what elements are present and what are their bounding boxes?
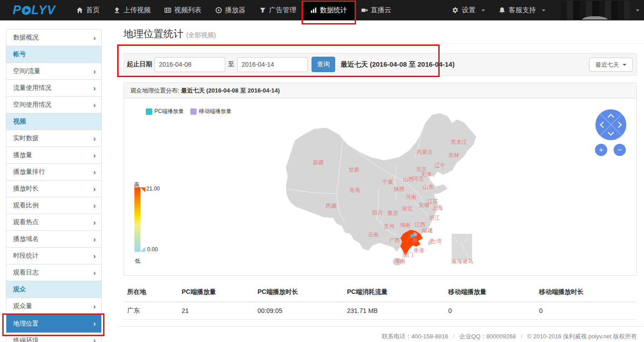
logo-text-prefix: P (13, 3, 21, 17)
nav-item-player[interactable]: 播放器 (208, 0, 253, 20)
table-header-移动端播放量: 移动端播放量 (445, 283, 535, 302)
chevron-right-icon: › (93, 303, 96, 310)
main-menu: 首页上传视频视频列表播放器广告管理数据统计直播云 (69, 0, 398, 20)
sidebar-item-label: 空间使用情况 (13, 101, 51, 109)
geo-stats-table: 所在地PC端播放量PC端播放时长PC端消耗流量移动端播放量移动端播放时长 广东2… (124, 283, 637, 320)
sidebar-item-空间/流量[interactable]: 空间/流量› (6, 63, 101, 80)
gear-icon (452, 7, 459, 14)
user-account-blurred[interactable] (560, 1, 629, 20)
geo-distribution-panel: 观众地理位置分布: 最近七天 (2016-04-08 至 2016-04-14)… (124, 83, 637, 276)
sidebar-item-实时数据[interactable]: 实时数据› (6, 130, 101, 147)
sidebar-item-观看比例[interactable]: 观看比例› (6, 197, 101, 214)
nav-item-settings[interactable]: 设置 (445, 0, 492, 20)
sidebar-item-播放时长[interactable]: 播放时长› (6, 181, 101, 197)
nav-item-label: 数据统计 (320, 6, 347, 15)
navbar-right: 设置客服支持 (445, 0, 644, 20)
map-pan-control[interactable] (595, 109, 626, 140)
sidebar-item-观众量[interactable]: 观众量› (6, 298, 101, 315)
sidebar-item-label: 终端环境 (13, 337, 39, 342)
chevron-right-icon: › (93, 68, 96, 75)
chevron-right-icon: › (93, 135, 96, 142)
date-filter-bar: 起止日期 至 查询 最近七天 (2016-04-08 至 2016-04-14)… (124, 53, 637, 76)
nav-item-home[interactable]: 首页 (69, 0, 107, 20)
sidebar-item-观看日志[interactable]: 观看日志› (6, 264, 101, 281)
user-menu-caret[interactable] (631, 0, 641, 20)
title-divider (124, 44, 644, 44)
sidebar-item-终端环境[interactable]: 终端环境› (6, 333, 101, 342)
sidebar-item-流量使用情况[interactable]: 流量使用情况› (6, 80, 101, 97)
panel-title-prefix: 观众地理位置分布: (130, 87, 179, 95)
sidebar-item-label: 数据概况 (13, 34, 39, 42)
home-icon (76, 7, 83, 14)
sidebar-section-视频: 视频 (6, 113, 101, 130)
date-to-label: 至 (228, 60, 234, 68)
nav-item-live[interactable]: 直播云 (354, 0, 398, 20)
sidebar-nav: 数据概况›帐号空间/流量›流量使用情况›空间使用情况›视频实时数据›播放量›播放… (6, 29, 102, 342)
main-content: 地理位置统计(全部视频) 起止日期 至 查询 最近七天 (2016-04-08 … (124, 20, 637, 342)
table-header-移动端播放时长: 移动端播放时长 (535, 283, 637, 302)
table-header-PC端消耗流量: PC端消耗流量 (343, 283, 445, 302)
chevron-right-icon: › (93, 151, 96, 159)
chevron-right-icon: › (93, 34, 96, 42)
zoom-in-button[interactable]: + (595, 144, 607, 156)
sidebar-item-label: 观众量 (13, 302, 32, 310)
chevron-down-icon (542, 10, 545, 11)
panel-title: 观众地理位置分布: 最近七天 (2016-04-08 至 2016-04-14) (124, 83, 636, 98)
footer-qq: 企业QQ：800009268 (460, 333, 516, 340)
pan-up-icon[interactable] (608, 114, 614, 120)
page-subtitle: (全部视频) (186, 31, 216, 39)
panel-title-range: 最近七天 (2016-04-08 至 2016-04-14) (181, 87, 280, 95)
funnel-icon (259, 7, 266, 14)
nav-item-stats[interactable]: 数据统计 (303, 0, 354, 20)
chevron-right-icon: › (93, 168, 96, 176)
nav-item-support[interactable]: 客服支持 (492, 0, 552, 20)
table-cell: 广东 (124, 302, 178, 320)
page-title: 地理位置统计(全部视频) (124, 27, 216, 41)
nav-item-label: 上传视频 (124, 6, 151, 15)
sidebar-item-播放量排行[interactable]: 播放量排行› (6, 164, 101, 181)
page-title-text: 地理位置统计 (124, 28, 183, 39)
sidebar-item-播放域名[interactable]: 播放域名› (6, 231, 101, 248)
sidebar-item-label: 帐号 (13, 50, 26, 59)
mobile-data-dot (413, 233, 417, 237)
range-select-dropdown[interactable]: 最近七天 (589, 58, 633, 72)
table-cell: 00:09:05 (254, 302, 343, 320)
nav-item-upload[interactable]: 上传视频 (107, 0, 158, 20)
start-date-input[interactable] (154, 57, 225, 72)
polyv-logo[interactable]: PLYV (0, 0, 69, 20)
app: PLYV 首页上传视频视频列表播放器广告管理数据统计直播云 设置客服支持 数据概… (0, 0, 644, 342)
top-navbar: PLYV 首页上传视频视频列表播放器广告管理数据统计直播云 设置客服支持 (0, 0, 644, 20)
chevron-right-icon: › (93, 235, 96, 243)
sidebar-item-label: 播放量 (13, 151, 32, 159)
sidebar-item-观看热点[interactable]: 观看热点› (6, 214, 101, 231)
sidebar-item-地理位置[interactable]: 地理位置› (6, 315, 101, 333)
pan-left-icon[interactable] (600, 122, 606, 128)
sidebar-item-label: 观看热点 (13, 218, 39, 226)
footer-copyright: © 2010-2016 保利威视 polyv.net 版权所有 (527, 333, 637, 340)
sidebar-item-时段统计[interactable]: 时段统计› (6, 248, 101, 264)
sidebar-item-label: 播放域名 (13, 235, 39, 243)
bar-chart-icon (310, 7, 317, 14)
end-date-input[interactable] (237, 57, 308, 72)
range-select-value: 最近七天 (595, 61, 619, 69)
zoom-out-button[interactable]: − (614, 144, 626, 156)
sidebar-item-空间使用情况[interactable]: 空间使用情况› (6, 97, 101, 113)
page-footer: 联系电话：400-158-8816 / 企业QQ：800009268 / © 2… (117, 326, 644, 341)
query-button[interactable]: 查询 (312, 57, 335, 72)
upload-icon (114, 7, 120, 14)
nav-item-video-list[interactable]: 视频列表 (158, 0, 208, 20)
table-header-PC端播放时长: PC端播放时长 (254, 283, 343, 302)
camera-icon (361, 7, 368, 14)
nav-item-label: 客服支持 (509, 6, 536, 15)
nav-item-ads[interactable]: 广告管理 (253, 0, 303, 20)
footer-phone: 联系电话：400-158-8816 (382, 333, 448, 340)
date-range-label: 起止日期 (127, 60, 152, 68)
nav-item-label: 首页 (86, 6, 100, 15)
film-icon (164, 7, 171, 14)
pan-down-icon[interactable] (608, 129, 614, 136)
pan-right-icon[interactable] (615, 122, 622, 128)
sidebar-item-播放量[interactable]: 播放量› (6, 147, 101, 164)
china-map[interactable] (124, 98, 636, 275)
sidebar-item-label: 流量使用情况 (13, 84, 51, 92)
sidebar-item-数据概况[interactable]: 数据概况› (6, 29, 101, 46)
